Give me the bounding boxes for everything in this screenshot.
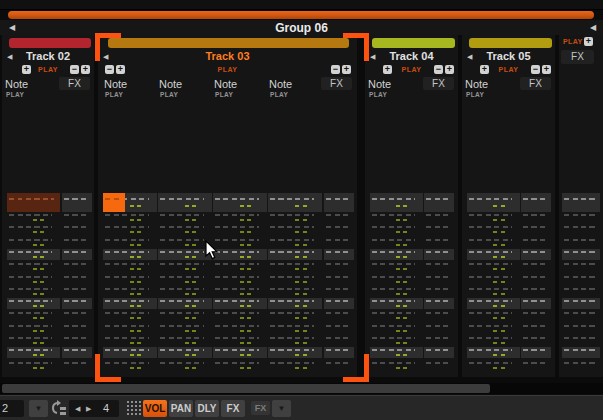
extra-track-play-label[interactable]: PLAY: [563, 38, 583, 45]
column-play-label[interactable]: PLAY: [6, 91, 24, 98]
note-clip-block[interactable]: [7, 193, 60, 212]
group-color-bar[interactable]: [8, 11, 594, 19]
pattern-cell[interactable]: [467, 286, 520, 297]
pattern-cell[interactable]: [103, 323, 157, 334]
pattern-cell[interactable]: [7, 323, 60, 334]
pattern-cell[interactable]: [467, 261, 520, 272]
pattern-cell[interactable]: [370, 212, 423, 223]
pattern-fx-cell[interactable]: [521, 237, 551, 248]
pattern-fx-cell[interactable]: [521, 286, 551, 297]
pattern-fx-cell[interactable]: [424, 323, 454, 334]
pattern-fx-cell[interactable]: [521, 298, 551, 309]
pattern-fx-cell[interactable]: [424, 249, 454, 260]
pattern-cell[interactable]: [213, 286, 267, 297]
pattern-cell[interactable]: [370, 274, 423, 285]
pattern-cell[interactable]: [213, 298, 267, 309]
pattern-fx-cell[interactable]: [562, 335, 600, 346]
pattern-cell[interactable]: [370, 335, 423, 346]
pattern-cell[interactable]: [213, 224, 267, 235]
track-color-bar[interactable]: [469, 38, 552, 48]
add-column-button[interactable]: +: [342, 65, 351, 74]
pattern-cell[interactable]: [370, 249, 423, 260]
note-column-label[interactable]: Note: [269, 78, 292, 90]
pattern-cell[interactable]: [158, 212, 212, 223]
note-column-label[interactable]: Note: [368, 78, 391, 90]
pattern-fx-cell[interactable]: [62, 249, 92, 260]
pattern-fx-cell[interactable]: [62, 298, 92, 309]
pattern-fx-cell[interactable]: [324, 298, 354, 309]
pattern-cell[interactable]: [213, 335, 267, 346]
pattern-fx-cell[interactable]: [521, 261, 551, 272]
fx-column-label[interactable]: FX: [59, 77, 90, 90]
pattern-fx-cell[interactable]: [424, 224, 454, 235]
pattern-cell[interactable]: [268, 347, 322, 358]
track-color-bar[interactable]: [372, 38, 455, 48]
pattern-fx-cell[interactable]: [562, 310, 600, 321]
pattern-cell[interactable]: [268, 249, 322, 260]
pattern-cell[interactable]: [103, 212, 157, 223]
hscrollbar-thumb[interactable]: [2, 384, 490, 393]
pattern-cell[interactable]: [467, 310, 520, 321]
pattern-cell[interactable]: [213, 249, 267, 260]
pattern-cell[interactable]: [103, 224, 157, 235]
pattern-cell[interactable]: [268, 224, 322, 235]
pattern-cell[interactable]: [158, 249, 212, 260]
step-decrement-button[interactable]: ◀: [75, 400, 80, 417]
note-column-label[interactable]: Note: [159, 78, 182, 90]
pattern-fx-cell[interactable]: [521, 347, 551, 358]
pattern-cell[interactable]: [213, 274, 267, 285]
pattern-cell[interactable]: [213, 310, 267, 321]
pattern-cell[interactable]: [7, 274, 60, 285]
pattern-cell[interactable]: [370, 323, 423, 334]
fx-column-label[interactable]: FX: [423, 77, 454, 90]
pattern-fx-cell[interactable]: [562, 237, 600, 248]
pattern-cell[interactable]: [268, 310, 322, 321]
pattern-fx-cell[interactable]: [62, 212, 92, 223]
pattern-cell[interactable]: [370, 298, 423, 309]
pattern-cell[interactable]: [467, 323, 520, 334]
track-name[interactable]: Track 05: [462, 50, 555, 62]
pattern-cell[interactable]: [370, 310, 423, 321]
pattern-cell[interactable]: [467, 360, 520, 371]
pattern-cell[interactable]: [103, 249, 157, 260]
pattern-cell[interactable]: [268, 261, 322, 272]
pattern-fx-cell[interactable]: [424, 298, 454, 309]
pattern-cell[interactable]: [370, 360, 423, 371]
pattern-fx-cell[interactable]: [562, 274, 600, 285]
pattern-cell[interactable]: [467, 335, 520, 346]
pattern-fx-cell[interactable]: [62, 335, 92, 346]
pattern-fx-cell[interactable]: [324, 274, 354, 285]
note-column-label[interactable]: Note: [104, 78, 127, 90]
note-column-label[interactable]: Note: [214, 78, 237, 90]
pattern-fx-cell[interactable]: [521, 193, 551, 212]
pattern-cell[interactable]: [213, 347, 267, 358]
pattern-fx-cell[interactable]: [562, 286, 600, 297]
pattern-fx-cell[interactable]: [62, 323, 92, 334]
pattern-cell[interactable]: [103, 274, 157, 285]
pattern-cell[interactable]: [268, 323, 322, 334]
pattern-fx-cell[interactable]: [62, 310, 92, 321]
pattern-fx-cell[interactable]: [424, 286, 454, 297]
pattern-fx-cell[interactable]: [324, 212, 354, 223]
add-column-button[interactable]: +: [81, 65, 90, 74]
pattern-cell[interactable]: [158, 360, 212, 371]
pattern-cell[interactable]: [268, 298, 322, 309]
pattern-cell[interactable]: [103, 286, 157, 297]
note-clip-block[interactable]: [103, 193, 125, 212]
pattern-fx-cell[interactable]: [324, 237, 354, 248]
pattern-fx-cell[interactable]: [521, 274, 551, 285]
pattern-cell[interactable]: [268, 212, 322, 223]
pattern-cell[interactable]: [467, 274, 520, 285]
pattern-cell[interactable]: [158, 224, 212, 235]
track-name[interactable]: Track 04: [365, 50, 458, 62]
remove-column-button[interactable]: −: [434, 65, 443, 74]
pattern-length-dropdown-button[interactable]: ▼: [29, 400, 48, 417]
vol-tab[interactable]: VOL: [143, 400, 167, 417]
pattern-fx-cell[interactable]: [62, 286, 92, 297]
pattern-fx-cell[interactable]: [424, 310, 454, 321]
pattern-fx-cell[interactable]: [562, 360, 600, 371]
pattern-cell[interactable]: [268, 237, 322, 248]
pattern-cell[interactable]: [158, 310, 212, 321]
pattern-cell[interactable]: [7, 360, 60, 371]
pattern-fx-cell[interactable]: [324, 224, 354, 235]
